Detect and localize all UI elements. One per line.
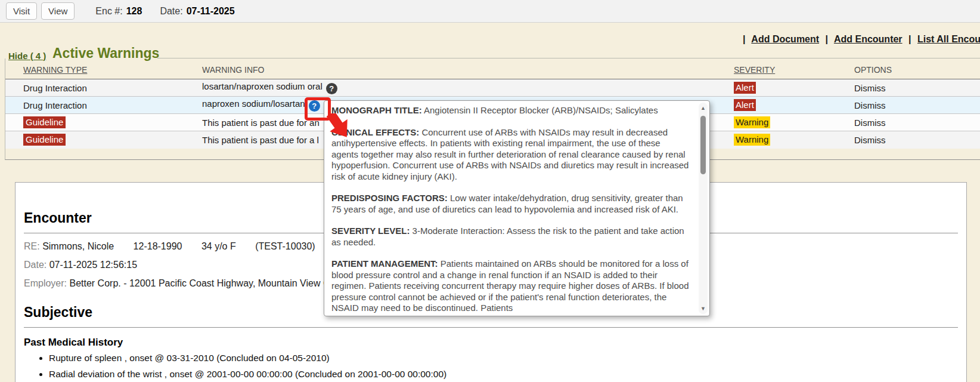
patient-id: (TEST-10030): [255, 241, 315, 251]
annotation-arrow-icon: [323, 113, 360, 147]
warning-type-cell: Drug Interaction: [23, 100, 87, 110]
column-warning-info: WARNING INFO: [202, 65, 264, 75]
scroll-up-icon[interactable]: ▲: [699, 105, 708, 111]
patient-age-sex: 34 y/o F: [201, 241, 236, 251]
warning-type-badge: Guideline: [23, 116, 66, 128]
drug-monograph-popup: MONOGRAPH TITLE: Angiotensin II Receptor…: [324, 100, 710, 316]
section-label: SEVERITY LEVEL:: [331, 226, 410, 236]
severity-badge: Alert: [734, 82, 756, 94]
patient-dob: 12-18-1990: [134, 241, 182, 251]
add-encounter-link[interactable]: Add Encounter: [834, 34, 903, 44]
link-separator: |: [743, 34, 745, 44]
dismiss-link[interactable]: Dismiss: [854, 100, 886, 110]
column-severity[interactable]: SEVERITY: [734, 65, 775, 75]
past-medical-history-list: Rupture of spleen , onset @ 03-31-2010 (…: [49, 353, 958, 380]
dismiss-link[interactable]: Dismiss: [854, 135, 886, 145]
encounter-datetime: 07-11-2025 12:56:15: [49, 260, 137, 270]
column-options: OPTIONS: [854, 65, 892, 75]
table-row: Drug Interaction losartan/naproxen sodiu…: [5, 79, 980, 97]
encounter-number-value: 128: [126, 6, 142, 17]
section-label: PATIENT MANAGEMENT:: [331, 258, 438, 269]
encounter-action-links: | Add Document | Add Encounter | List Al…: [739, 34, 980, 45]
divider: [24, 327, 958, 328]
top-toolbar: Visit View Enc #: 128 Date: 07-11-2025: [0, 0, 980, 23]
list-all-encounters-link[interactable]: List All Encounters: [917, 34, 980, 44]
warning-type-badge: Guideline: [23, 134, 66, 146]
scrollbar-thumb[interactable]: [700, 116, 706, 174]
encounter-number-label: Enc #:: [95, 6, 122, 17]
view-button[interactable]: View: [41, 2, 75, 20]
date-label: Date:: [24, 260, 46, 270]
list-item: Radial deviation of the wrist , onset @ …: [49, 369, 958, 380]
monograph-section: SEVERITY LEVEL: 3-Moderate Interaction: …: [331, 226, 689, 248]
warning-info-cell: This patient is past due for a l: [202, 135, 319, 145]
section-label: PREDISPOSING FACTORS:: [331, 193, 448, 203]
warnings-header-row: WARNING TYPE WARNING INFO SEVERITY OPTIO…: [5, 62, 980, 79]
scroll-down-icon[interactable]: ▼: [699, 306, 708, 312]
warning-type-cell: Drug Interaction: [23, 83, 87, 93]
dismiss-link[interactable]: Dismiss: [854, 118, 886, 128]
list-item: Rupture of spleen , onset @ 03-31-2010 (…: [49, 353, 958, 363]
employer-label: Employer:: [24, 278, 67, 288]
monograph-section: PREDISPOSING FACTORS: Low water intake/d…: [331, 193, 689, 215]
severity-badge: Warning: [734, 134, 770, 146]
add-document-link[interactable]: Add Document: [751, 34, 819, 44]
severity-badge: Warning: [734, 116, 770, 128]
warning-info-cell: naproxen sodium/losartan: [202, 98, 305, 109]
link-separator: |: [908, 34, 911, 44]
popup-scrollbar[interactable]: ▲ ▼: [699, 103, 708, 314]
section-text: Angiotensin II Receptor Blocker (ARB)/NS…: [422, 105, 658, 115]
monograph-section: MONOGRAPH TITLE: Angiotensin II Receptor…: [331, 105, 689, 116]
warning-info-cell: losartan/naproxen sodium oral: [202, 81, 322, 91]
encounter-date-value: 07-11-2025: [187, 6, 235, 17]
severity-badge: Alert: [734, 99, 756, 111]
employer-value: Better Corp. - 12001 Pacific Coast Highw…: [69, 278, 336, 288]
dismiss-link[interactable]: Dismiss: [854, 83, 886, 93]
column-warning-type[interactable]: WARNING TYPE: [23, 65, 87, 75]
encounter-date-label: Date:: [160, 6, 182, 17]
monograph-section: PATIENT MANAGEMENT: Patients maintained …: [331, 258, 689, 314]
re-label: RE:: [24, 241, 40, 251]
warning-info-cell: This patient is past due for an: [202, 118, 320, 128]
visit-button[interactable]: Visit: [6, 2, 37, 20]
patient-name: Simmons, Nicole: [42, 241, 114, 251]
help-icon[interactable]: ?: [326, 83, 337, 94]
past-medical-history-heading: Past Medical History: [24, 337, 958, 349]
link-separator: |: [826, 34, 828, 44]
monograph-section: CLINICAL EFFECTS: Concurrent use of ARBs…: [331, 127, 689, 183]
